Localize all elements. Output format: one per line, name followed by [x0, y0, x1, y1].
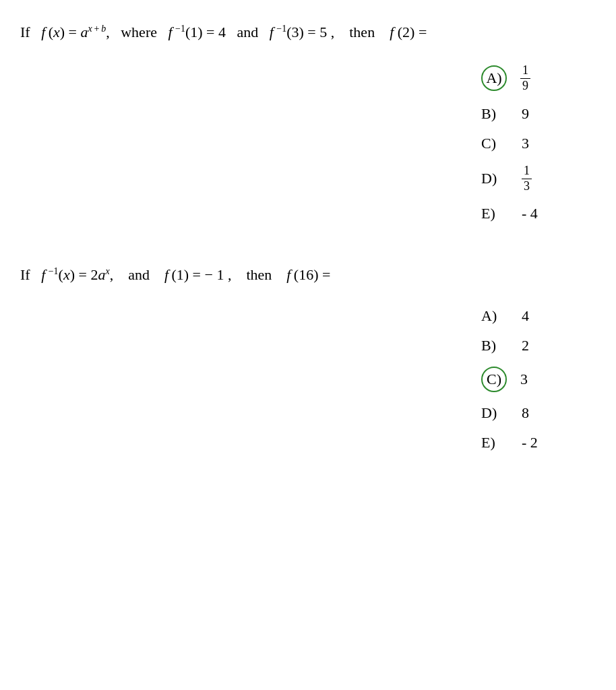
q2-value-d: 8: [522, 404, 549, 422]
question-1-text: If f (x) = ax + b, where f −1(1) = 4 and…: [13, 20, 603, 44]
q2-value-c: 3: [520, 371, 547, 388]
q1-label-d: D): [481, 170, 508, 187]
q1-answer-d[interactable]: D) 1 3: [481, 164, 562, 193]
q2-formula: f −1(x) = 2ax,: [41, 266, 113, 283]
q2-if: If: [20, 266, 38, 283]
q2-answer-d[interactable]: D) 8: [481, 404, 562, 422]
question-2-text: If f −1(x) = 2ax, and f (1) = − 1 , then…: [13, 263, 603, 286]
question-2: If f −1(x) = 2ax, and f (1) = − 1 , then…: [13, 263, 603, 451]
q1-answers: A) 1 9 B) 9 C) 3 D) 1 3: [13, 64, 603, 222]
q1-then: then: [338, 24, 386, 40]
q2-value-a: 4: [522, 307, 549, 325]
q1-formula: f (x) = ax + b,: [41, 24, 110, 40]
q1-answer-c[interactable]: C) 3: [481, 135, 562, 152]
q2-question: f (16) =: [286, 266, 330, 283]
q1-label-a: A): [481, 65, 507, 91]
q1-and: and: [229, 24, 266, 40]
q1-cond2: f −1(3) = 5: [270, 24, 328, 40]
q2-answer-e[interactable]: E) - 2: [481, 434, 562, 451]
q1-value-e: - 4: [522, 205, 549, 222]
q1-question: f (2) =: [390, 24, 427, 40]
q2-answer-b[interactable]: B) 2: [481, 337, 562, 354]
q1-where: where: [113, 24, 164, 40]
q1-answer-e[interactable]: E) - 4: [481, 205, 562, 222]
q1-value-c: 3: [522, 135, 549, 152]
q2-and: and: [117, 266, 161, 283]
q2-answer-a[interactable]: A) 4: [481, 307, 562, 325]
q2-then: then: [235, 266, 283, 283]
q2-answers: A) 4 B) 2 C) 3 D) 8 E) - 2: [13, 307, 603, 451]
q1-value-d: 1 3: [522, 164, 549, 193]
q1-answer-a[interactable]: A) 1 9: [481, 64, 562, 93]
q2-value-e: - 2: [522, 434, 549, 451]
question-1: If f (x) = ax + b, where f −1(1) = 4 and…: [13, 20, 603, 222]
q2-label-e: E): [481, 434, 508, 451]
q1-value-b: 9: [522, 105, 549, 123]
q1-label-e: E): [481, 205, 508, 222]
q1-value-a: 1 9: [520, 64, 547, 93]
q2-value-b: 2: [522, 337, 549, 354]
q1-if: If: [20, 24, 38, 40]
q2-label-a: A): [481, 307, 508, 325]
q2-answer-c[interactable]: C) 3: [481, 367, 562, 392]
q1-cond1: f −1(1) = 4: [168, 24, 226, 40]
q1-label-c: C): [481, 135, 508, 152]
q1-answer-b[interactable]: B) 9: [481, 105, 562, 123]
q2-label-d: D): [481, 404, 508, 422]
q2-cond: f (1) = − 1: [164, 266, 224, 283]
q2-comma: ,: [228, 266, 232, 283]
q2-label-c: C): [481, 367, 507, 392]
q2-label-b: B): [481, 337, 508, 354]
q1-label-b: B): [481, 105, 508, 123]
q1-comma: ,: [331, 24, 335, 40]
